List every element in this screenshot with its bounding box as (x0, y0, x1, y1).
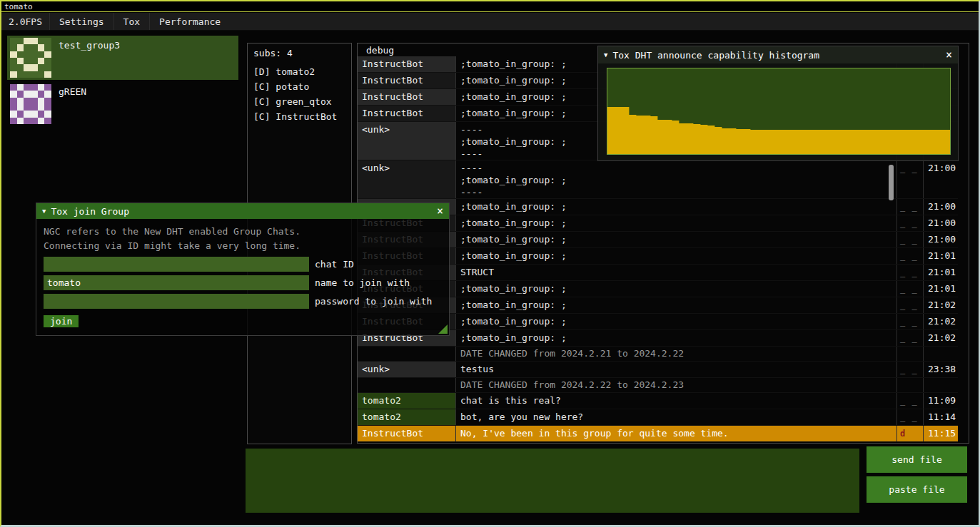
delivery-marks (897, 378, 924, 392)
group-list: test_group3gREEN (7, 36, 238, 128)
join-password-label: password to join with (315, 296, 432, 307)
sender-name (358, 378, 456, 392)
join-name-input[interactable]: tomato (44, 275, 309, 290)
chat-id-input[interactable] (44, 257, 309, 272)
sender-name: InstructBot (358, 426, 456, 441)
delivery-marks: _ _ (897, 297, 924, 313)
window-titlebar[interactable]: tomato (1, 1, 979, 12)
menu-item-settings[interactable]: Settings (49, 13, 113, 30)
menubar: 2.0FPS SettingsToxPerformance (1, 13, 979, 31)
group-name: test_group3 (59, 40, 120, 51)
resize-grip-icon[interactable] (438, 324, 448, 334)
message-row[interactable]: <unk>----;tomato_in_group: ;----_ _21:00 (358, 160, 958, 199)
join-window-title: Tox join Group (51, 206, 129, 217)
message-text: STRUCT (456, 265, 897, 280)
sub-item-tomato2[interactable]: [D] tomato2 (248, 64, 351, 79)
close-icon[interactable]: × (437, 205, 443, 218)
sender-name: InstructBot (358, 106, 456, 121)
date-separator-text: DATE CHANGED from 2024.2.22 to 2024.2.23 (456, 378, 897, 392)
join-info-line-1: NGC refers to the New DHT enabled Group … (44, 225, 442, 239)
message-text: testus (456, 362, 897, 377)
timestamp: 21:00 (924, 199, 958, 215)
group-item-gREEN[interactable]: gREEN (7, 82, 238, 126)
delivery-marks: _ _ (897, 409, 924, 425)
message-text: ;tomato_in_group: ; (456, 314, 897, 329)
window-title: tomato (4, 2, 33, 11)
group-avatar (10, 38, 51, 78)
message-text: ;tomato_in_group: ; (456, 215, 897, 231)
collapse-icon[interactable]: ▼ (604, 51, 607, 58)
sub-item-InstructBot[interactable]: [C] InstructBot (248, 109, 351, 124)
timestamp: 21:00 (924, 160, 958, 198)
app-window: tomato 2.0FPS SettingsToxPerformance tes… (0, 0, 980, 527)
date-separator-row[interactable]: DATE CHANGED from 2024.2.21 to 2024.2.22 (358, 347, 958, 362)
timestamp: 21:02 (924, 314, 958, 329)
sender-name: <unk> (358, 160, 456, 198)
delivery-marks: _ _ (897, 265, 924, 280)
menu-item-performance[interactable]: Performance (149, 13, 230, 30)
message-row[interactable]: tomato2chat is this real?_ _11:09 (358, 393, 958, 409)
group-item-test_group3[interactable]: test_group3 (7, 36, 238, 80)
collapse-icon[interactable]: ▼ (42, 208, 46, 215)
sender-name: InstructBot (358, 56, 456, 72)
message-text: ;tomato_in_group: ; (456, 248, 897, 264)
sub-item-green_qtox[interactable]: [C] green_qtox (248, 94, 351, 109)
date-separator-text: DATE CHANGED from 2024.2.21 to 2024.2.22 (456, 347, 897, 361)
fps-counter: 2.0FPS (1, 16, 49, 27)
timestamp: 11:14 (924, 409, 958, 425)
message-text: ----;tomato_in_group: ;---- (456, 160, 897, 198)
paste-file-button[interactable]: paste file (867, 476, 967, 503)
message-text: ;tomato_in_group: ; (456, 330, 897, 346)
delivery-marks (897, 347, 924, 361)
sender-name: InstructBot (358, 89, 456, 105)
sender-name: InstructBot (358, 73, 456, 88)
join-window-body: NGC refers to the New DHT enabled Group … (36, 219, 449, 335)
message-row[interactable]: tomato2bot, are you new here?_ _11:14 (358, 409, 958, 426)
subs-list: [D] tomato2[C] potato[C] green_qtox[C] I… (248, 64, 351, 124)
timestamp: 21:01 (924, 265, 958, 280)
timestamp: 21:02 (924, 297, 958, 313)
join-password-input[interactable] (44, 294, 309, 309)
join-info-line-2: Connecting via ID might take a very long… (44, 239, 442, 253)
message-row[interactable]: InstructBotNo, I've been in this group f… (358, 426, 958, 442)
join-group-window: ▼ Tox join Group × NGC refers to the New… (36, 203, 450, 336)
join-button[interactable]: join (44, 315, 79, 327)
message-row[interactable]: <unk>testus_ _23:38 (358, 362, 958, 378)
dht-histogram-window: ▼ Tox DHT announce capability histogram … (597, 46, 959, 161)
delivery-marks: _ _ (897, 248, 924, 264)
timestamp: 23:38 (924, 362, 958, 377)
date-separator-row[interactable]: DATE CHANGED from 2024.2.22 to 2024.2.23 (358, 378, 958, 393)
chat-id-label: chat ID (315, 259, 354, 270)
message-text: ;tomato_in_group: ; (456, 232, 897, 247)
sender-name: <unk> (358, 122, 456, 160)
sender-name: tomato2 (358, 393, 456, 409)
send-file-button[interactable]: send file (867, 446, 967, 473)
delivery-flag: d (900, 429, 905, 439)
timestamp: 11:09 (924, 393, 958, 409)
close-icon[interactable]: × (946, 48, 952, 61)
menu-items: SettingsToxPerformance (49, 13, 230, 30)
dht-histogram-svg (607, 68, 950, 154)
group-avatar (10, 84, 51, 124)
timestamp: 21:00 (924, 232, 958, 247)
message-input[interactable] (246, 449, 859, 513)
chat-scrollbar[interactable] (889, 165, 894, 200)
delivery-marks: d (897, 426, 924, 441)
menu-item-tox[interactable]: Tox (113, 13, 149, 30)
delivery-marks: _ _ (897, 330, 924, 346)
message-text: chat is this real? (456, 393, 897, 409)
delivery-marks: _ _ (897, 215, 924, 231)
sub-item-potato[interactable]: [C] potato (248, 79, 351, 94)
timestamp: 21:02 (924, 330, 958, 346)
histogram-window-titlebar[interactable]: ▼ Tox DHT announce capability histogram … (598, 46, 958, 63)
delivery-marks: _ _ (897, 160, 924, 198)
delivery-marks: _ _ (897, 314, 924, 329)
join-window-titlebar[interactable]: ▼ Tox join Group × (36, 203, 449, 219)
message-text: bot, are you new here? (456, 409, 897, 425)
timestamp: 21:00 (924, 215, 958, 231)
sender-name: tomato2 (358, 409, 456, 425)
timestamp: 21:01 (924, 248, 958, 264)
dht-histogram-plot (607, 68, 951, 155)
delivery-marks: _ _ (897, 199, 924, 215)
message-text: ;tomato_in_group: ; (456, 297, 897, 313)
